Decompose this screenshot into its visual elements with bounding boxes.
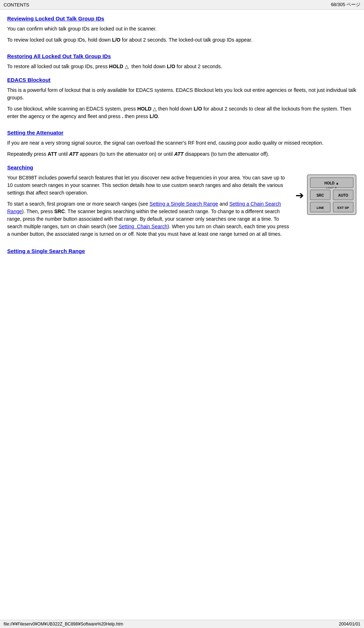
section-searching: Searching Your BC898T includes powerful … bbox=[7, 164, 357, 242]
link-restoring-locked[interactable]: Restoring All Locked Out Talk Group IDs bbox=[7, 53, 111, 59]
key-att-italic-2: ATT bbox=[174, 151, 184, 157]
link-searching[interactable]: Searching bbox=[7, 164, 33, 170]
key-hold-2: HOLD bbox=[137, 106, 152, 112]
para-att-1: If you are near a very strong signal sou… bbox=[7, 139, 357, 147]
link-attenuator[interactable]: Setting the Attenuator bbox=[7, 130, 63, 136]
section-title-reviewing[interactable]: Reviewing Locked Out Talk Group IDs bbox=[7, 15, 357, 22]
svg-text:AUTO: AUTO bbox=[338, 193, 348, 197]
contents-label: CONTENTS bbox=[4, 2, 29, 8]
link-chain-search-inline[interactable]: Setting a Chain Search Range bbox=[7, 201, 281, 214]
para-edacs-2: To use blockout, while scanning an EDACS… bbox=[7, 105, 357, 120]
key-att-1: ATT bbox=[48, 151, 57, 157]
scanner-arrow-panel: ➔ HOLD ▲ SRC AUTO bbox=[296, 174, 357, 216]
section-reviewing-locked: Reviewing Locked Out Talk Group IDs You … bbox=[7, 15, 357, 44]
key-att-italic-1: ATT bbox=[69, 151, 79, 157]
section-edacs-blockout: EDACS Blockout This is a powerful form o… bbox=[7, 77, 357, 120]
key-hold-1: HOLD bbox=[109, 64, 123, 69]
para-search-1: Your BC898T includes powerful search fea… bbox=[7, 174, 290, 197]
link-chain-search2-inline[interactable]: Setting Chain Search bbox=[119, 224, 167, 229]
para-restoring-1: To restore all locked out talk group IDs… bbox=[7, 63, 357, 70]
link-reviewing-locked[interactable]: Reviewing Locked Out Talk Group IDs bbox=[7, 15, 104, 22]
svg-text:LINE: LINE bbox=[317, 206, 324, 210]
date-label: 2004/01/01 bbox=[339, 622, 360, 627]
search-section-wrapper: Your BC898T includes powerful search fea… bbox=[7, 174, 357, 242]
page-number: 68/305 ページ bbox=[331, 1, 360, 8]
bottom-bar: file://¥¥Fileserv0¥OM¥UB322Z_BC898¥Softw… bbox=[0, 620, 364, 628]
section-restoring-locked: Restoring All Locked Out Talk Group IDs … bbox=[7, 50, 357, 70]
scanner-svg: HOLD ▲ SRC AUTO LIMIT ▼ LINE bbox=[307, 174, 357, 215]
key-src: SRC bbox=[54, 208, 65, 214]
key-lo-1: L/O bbox=[112, 37, 120, 43]
arrow-right-icon: ➔ bbox=[296, 189, 304, 201]
link-single-search[interactable]: Setting a Single Search Range bbox=[7, 248, 85, 254]
para-reviewing-1: You can confirm which talk group IDs are… bbox=[7, 25, 357, 33]
svg-text:HOLD ▲: HOLD ▲ bbox=[324, 181, 339, 185]
top-bar: CONTENTS 68/305 ページ bbox=[0, 0, 364, 10]
main-content: Reviewing Locked Out Talk Group IDs You … bbox=[0, 10, 364, 282]
svg-text:EXT SP: EXT SP bbox=[337, 206, 349, 210]
svg-text:LIMIT ▼: LIMIT ▼ bbox=[326, 186, 337, 189]
para-search-2: To start a search, first program one or … bbox=[7, 200, 290, 238]
key-dot: . bbox=[122, 113, 123, 119]
link-single-search-inline[interactable]: Setting a Single Search Range bbox=[150, 201, 218, 207]
key-lo-3: L/O bbox=[194, 106, 202, 112]
para-reviewing-2: To review locked out talk group IDs, hol… bbox=[7, 36, 357, 44]
key-lo-2: L/O bbox=[167, 64, 175, 69]
scanner-panel: HOLD ▲ SRC AUTO LIMIT ▼ LINE bbox=[307, 174, 357, 216]
svg-text:SRC: SRC bbox=[316, 193, 324, 197]
para-edacs-1: This is a powerful form of lockout that … bbox=[7, 86, 357, 102]
section-title-attenuator[interactable]: Setting the Attenuator bbox=[7, 130, 357, 136]
file-path: file://¥¥Fileserv0¥OM¥UB322Z_BC898¥Softw… bbox=[4, 622, 123, 627]
key-lo-4: L/O bbox=[150, 113, 158, 119]
section-single-search: Setting a Single Search Range bbox=[7, 248, 357, 254]
para-att-2: Repeatedly press ATT until ATT appears (… bbox=[7, 150, 357, 158]
section-title-restoring[interactable]: Restoring All Locked Out Talk Group IDs bbox=[7, 53, 357, 59]
search-text-content: Your BC898T includes powerful search fea… bbox=[7, 174, 290, 242]
section-attenuator: Setting the Attenuator If you are near a… bbox=[7, 127, 357, 158]
section-title-edacs[interactable]: EDACS Blockout bbox=[7, 77, 357, 83]
scanner-panel-container: ➔ HOLD ▲ SRC AUTO bbox=[296, 174, 357, 216]
section-title-searching[interactable]: Searching bbox=[7, 164, 357, 170]
link-edacs-blockout[interactable]: EDACS Blockout bbox=[7, 77, 51, 83]
section-title-single-search[interactable]: Setting a Single Search Range bbox=[7, 248, 357, 254]
